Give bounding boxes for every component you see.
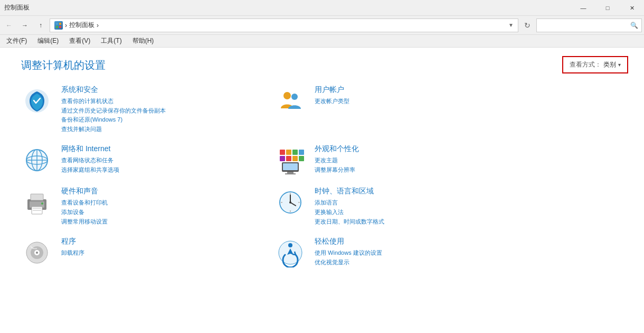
network-link-0[interactable]: 查看网络状态和任务 (61, 156, 243, 165)
category-system-security: 系统和安全 查看你的计算机状态 通过文件历史记录保存你的文件备份副本 备份和还原… (21, 85, 243, 134)
programs-icon (21, 237, 53, 269)
svg-point-44 (36, 252, 38, 254)
network-icon (21, 144, 53, 176)
category-clock: 时钟、语言和区域 添加语言 更换输入法 更改日期、时间或数字格式 (274, 187, 496, 226)
breadcrumb-label[interactable]: 控制面板 (69, 21, 94, 30)
system-security-text: 系统和安全 查看你的计算机状态 通过文件历史记录保存你的文件备份副本 备份和还原… (61, 85, 243, 134)
clock-title[interactable]: 时钟、语言和区域 (315, 187, 496, 196)
category-programs: 程序 卸载程序 (21, 237, 243, 269)
search-input[interactable] (540, 22, 630, 29)
programs-title[interactable]: 程序 (61, 237, 243, 246)
appearance-icon (274, 144, 306, 176)
refresh-button[interactable]: ↻ (520, 18, 534, 32)
system-security-link-0[interactable]: 查看你的计算机状态 (61, 97, 243, 106)
clock-link-2[interactable]: 更改日期、时间或数字格式 (315, 217, 496, 227)
main-content: 查看方式： 类别 ▾ 调整计算机的设置 系统和安全 查看你的计算机状态 通过文件… (0, 48, 644, 333)
hardware-link-0[interactable]: 查看设备和打印机 (61, 198, 243, 208)
appearance-link-1[interactable]: 调整屏幕分辨率 (315, 165, 496, 175)
minimize-button[interactable]: — (571, 0, 595, 16)
svg-rect-24 (285, 173, 296, 174)
category-user-accounts: 用户帐户 更改帐户类型 (274, 85, 496, 134)
svg-rect-19 (292, 156, 298, 161)
svg-rect-1 (59, 23, 61, 25)
clock-text: 时钟、语言和区域 添加语言 更换输入法 更改日期、时间或数字格式 (315, 187, 496, 226)
search-icon[interactable]: 🔍 (630, 22, 638, 29)
system-security-link-2[interactable]: 备份和还原(Windows 7) (61, 115, 243, 125)
user-accounts-title[interactable]: 用户帐户 (315, 85, 496, 95)
view-mode-selector[interactable]: 查看方式： 类别 ▾ (562, 56, 628, 73)
category-network: 网络和 Internet 查看网络状态和任务 选择家庭组和共享选项 (21, 144, 243, 176)
hardware-link-1[interactable]: 添加设备 (61, 208, 243, 217)
forward-button[interactable]: → (18, 18, 32, 32)
menu-file[interactable]: 文件(F) (2, 35, 31, 47)
svg-rect-22 (283, 163, 298, 170)
window-title: 控制面板 (4, 3, 640, 12)
hardware-link-2[interactable]: 调整常用移动设置 (61, 217, 243, 227)
svg-rect-18 (286, 156, 291, 161)
category-appearance: 外观和个性化 更改主题 调整屏幕分辨率 (274, 144, 496, 176)
user-accounts-link-0[interactable]: 更改帐户类型 (315, 97, 496, 106)
svg-rect-13 (280, 150, 285, 155)
clock-link-1[interactable]: 更换输入法 (315, 208, 496, 217)
address-box[interactable]: › 控制面板 › ▼ (50, 18, 518, 32)
network-link-1[interactable]: 选择家庭组和共享选项 (61, 165, 243, 175)
accessibility-text: 轻松使用 使用 Windows 建议的设置 优化视觉显示 (315, 237, 496, 267)
accessibility-link-1[interactable]: 优化视觉显示 (315, 258, 496, 267)
up-button[interactable]: ↑ (34, 18, 48, 32)
appearance-link-0[interactable]: 更改主题 (315, 156, 496, 165)
svg-rect-20 (299, 156, 304, 161)
svg-rect-29 (33, 208, 41, 209)
system-security-title[interactable]: 系统和安全 (61, 85, 243, 95)
breadcrumb-trailing: › (97, 22, 99, 29)
accessibility-title[interactable]: 轻松使用 (315, 237, 496, 246)
close-button[interactable]: ✕ (620, 0, 644, 16)
svg-rect-16 (299, 150, 304, 155)
system-security-icon (21, 85, 53, 117)
search-box: 🔍 (536, 18, 642, 32)
svg-rect-17 (280, 156, 285, 161)
appearance-title[interactable]: 外观和个性化 (315, 144, 496, 154)
address-dropdown-arrow[interactable]: ▼ (508, 22, 514, 28)
svg-point-6 (291, 94, 298, 100)
svg-point-36 (289, 201, 291, 204)
menu-bar: 文件(F) 编辑(E) 查看(V) 工具(T) 帮助(H) (0, 35, 644, 48)
category-accessibility: 轻松使用 使用 Windows 建议的设置 优化视觉显示 (274, 237, 496, 269)
network-text: 网络和 Internet 查看网络状态和任务 选择家庭组和共享选项 (61, 144, 243, 174)
svg-rect-30 (33, 210, 41, 211)
hardware-icon (21, 187, 53, 218)
user-accounts-text: 用户帐户 更改帐户类型 (315, 85, 496, 106)
page-title: 调整计算机的设置 (21, 58, 623, 72)
svg-rect-23 (287, 172, 293, 173)
svg-rect-15 (292, 150, 298, 155)
accessibility-link-0[interactable]: 使用 Windows 建议的设置 (315, 248, 496, 258)
programs-link-0[interactable]: 卸载程序 (61, 248, 243, 258)
hardware-text: 硬件和声音 查看设备和打印机 添加设备 调整常用移动设置 (61, 187, 243, 226)
clock-link-0[interactable]: 添加语言 (315, 198, 496, 208)
svg-point-5 (283, 92, 291, 99)
menu-tools[interactable]: 工具(T) (97, 35, 126, 47)
back-button[interactable]: ← (2, 18, 16, 32)
svg-point-31 (41, 202, 43, 205)
svg-point-46 (288, 243, 292, 247)
menu-help[interactable]: 帮助(H) (128, 35, 158, 47)
svg-rect-0 (56, 23, 58, 25)
view-mode-label: 查看方式： (570, 60, 601, 69)
breadcrumb-text: › (65, 22, 67, 29)
window-controls: — □ ✕ (571, 0, 644, 16)
svg-rect-2 (56, 26, 58, 28)
appearance-text: 外观和个性化 更改主题 调整屏幕分辨率 (315, 144, 496, 174)
maximize-button[interactable]: □ (595, 0, 620, 16)
view-mode-value: 类别 (603, 60, 616, 69)
svg-point-12 (26, 150, 48, 171)
system-security-link-3[interactable]: 查找并解决问题 (61, 125, 243, 134)
system-security-link-1[interactable]: 通过文件历史记录保存你的文件备份副本 (61, 106, 243, 116)
network-title[interactable]: 网络和 Internet (61, 144, 243, 154)
accessibility-icon (274, 237, 306, 269)
svg-rect-27 (31, 194, 43, 200)
category-hardware: 硬件和声音 查看设备和打印机 添加设备 调整常用移动设置 (21, 187, 243, 226)
menu-edit[interactable]: 编辑(E) (33, 35, 63, 47)
user-accounts-icon (274, 85, 306, 117)
hardware-title[interactable]: 硬件和声音 (61, 187, 243, 196)
svg-rect-14 (286, 150, 291, 155)
menu-view[interactable]: 查看(V) (65, 35, 94, 47)
